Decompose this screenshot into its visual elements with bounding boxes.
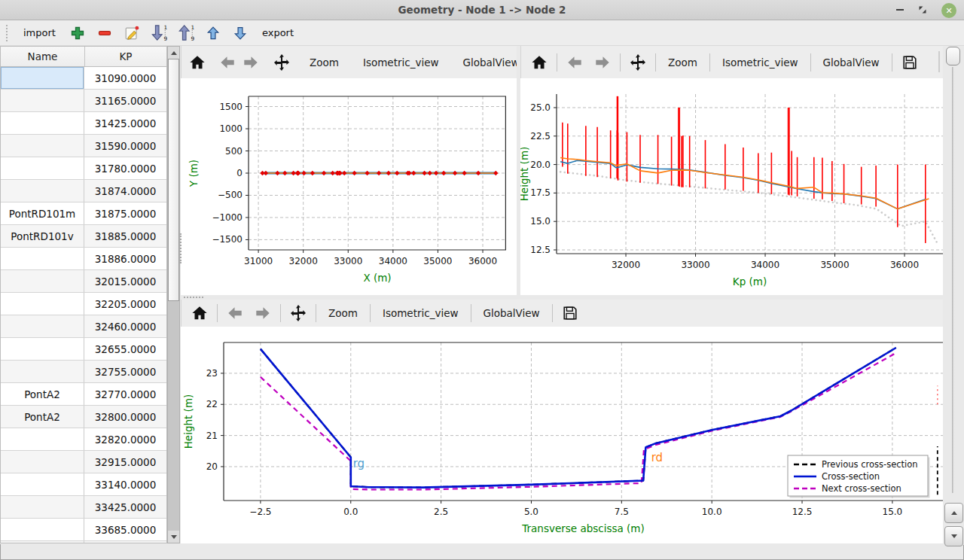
table-row[interactable]: PontRD101v31885.0000 [1, 225, 166, 248]
back-button[interactable] [219, 52, 236, 73]
scroll-down-button[interactable] [168, 531, 179, 543]
global-view-button[interactable]: GlobalView [818, 53, 885, 72]
toolbar-handle[interactable] [938, 51, 940, 72]
zoom-button[interactable]: Zoom [663, 53, 703, 72]
minimize-button[interactable] [892, 2, 908, 17]
remove-button[interactable] [95, 24, 114, 42]
import-button[interactable]: import [19, 25, 60, 41]
table-row[interactable]: PontRD101m31875.0000 [1, 202, 166, 225]
home-button[interactable] [189, 52, 206, 73]
kp-cell[interactable]: 32800.0000 [84, 406, 166, 428]
name-cell[interactable]: PontRD101m [1, 202, 84, 224]
table-row[interactable]: PontA232770.0000 [1, 383, 166, 406]
table-row[interactable]: 32820.0000 [1, 428, 166, 451]
forward-button[interactable] [252, 303, 273, 324]
save-button[interactable] [899, 52, 920, 73]
column-header-kp[interactable]: KP [85, 47, 166, 66]
table-row[interactable]: PontA232800.0000 [1, 406, 166, 428]
table-row[interactable]: 32015.0000 [1, 270, 166, 293]
name-cell[interactable]: PontRD101v [1, 225, 84, 247]
sort-descending-button[interactable]: 19 [149, 24, 169, 42]
kp-cell[interactable]: 31165.0000 [84, 90, 166, 111]
kp-cell[interactable]: 32820.0000 [84, 428, 166, 450]
back-button[interactable] [224, 303, 246, 324]
cross-section-figure[interactable]: −2.50.02.55.07.510.012.515.020212223Tran… [181, 327, 943, 543]
kp-cell[interactable]: 32770.0000 [84, 383, 166, 405]
kp-cell[interactable]: 32755.0000 [84, 361, 166, 382]
sort-ascending-button[interactable]: 19 [176, 24, 196, 42]
back-button[interactable] [564, 52, 585, 73]
kp-cell[interactable]: 33685.0000 [84, 519, 166, 540]
pan-button[interactable] [273, 52, 291, 73]
vertical-splitter[interactable] [517, 46, 520, 297]
table-row[interactable]: 31780.0000 [1, 157, 166, 180]
name-cell[interactable] [1, 135, 84, 157]
name-cell[interactable] [1, 496, 84, 518]
kp-cell[interactable]: 31425.0000 [84, 112, 166, 134]
table-row[interactable]: 33685.0000 [1, 519, 166, 541]
table-row[interactable]: 33425.0000 [1, 496, 166, 519]
kp-cell[interactable]: 31886.0000 [84, 248, 166, 269]
kp-cell[interactable]: 32205.0000 [84, 293, 166, 315]
table-row[interactable]: 31425.0000 [1, 112, 166, 135]
window-scrollbar[interactable] [943, 46, 964, 545]
table-row[interactable]: 33140.0000 [1, 473, 166, 496]
isometric-view-button[interactable]: Isometric_view [717, 53, 804, 72]
kp-cell[interactable]: 33425.0000 [84, 496, 166, 518]
name-cell[interactable] [1, 338, 84, 360]
panel-splitter-grip[interactable] [180, 233, 182, 263]
kp-cell[interactable]: 32460.0000 [84, 315, 166, 337]
plan-view-figure[interactable]: 3100032000330003400035000360001500100050… [181, 78, 518, 295]
close-button[interactable]: ✕ [941, 3, 956, 18]
name-cell[interactable] [1, 451, 84, 473]
global-view-button[interactable]: GlobalView [478, 304, 545, 322]
isometric-view-button[interactable]: Isometric_view [358, 53, 444, 72]
table-row[interactable]: 31165.0000 [1, 90, 166, 112]
move-down-button[interactable] [230, 24, 250, 42]
home-button[interactable] [529, 52, 550, 73]
table-row[interactable]: 32915.0000 [1, 451, 166, 473]
name-cell[interactable] [1, 90, 84, 111]
table-row[interactable]: 32755.0000 [1, 361, 166, 383]
name-cell[interactable] [1, 315, 84, 337]
kp-cell[interactable]: 31590.0000 [84, 135, 166, 157]
name-cell[interactable] [1, 248, 84, 269]
scroll-up-button[interactable] [944, 503, 963, 523]
table-row[interactable]: 31886.0000 [1, 248, 166, 270]
name-cell[interactable] [1, 112, 84, 134]
column-header-name[interactable]: Name [1, 47, 85, 66]
horizontal-splitter[interactable] [181, 295, 943, 300]
name-cell[interactable] [1, 519, 84, 540]
name-cell[interactable] [1, 157, 84, 179]
isometric-view-button[interactable]: Isometric_view [377, 304, 464, 322]
kp-cell[interactable]: 31090.0000 [84, 67, 166, 89]
table-row[interactable]: 31090.0000 [1, 67, 166, 90]
forward-button[interactable] [592, 52, 613, 73]
name-cell[interactable] [1, 541, 84, 543]
name-cell[interactable] [1, 428, 84, 450]
kp-cell[interactable]: 33140.0000 [84, 473, 166, 495]
scroll-up-button[interactable] [168, 47, 179, 59]
table-row[interactable]: 32460.0000 [1, 315, 166, 338]
table-scrollbar[interactable] [167, 46, 180, 543]
name-cell[interactable] [1, 180, 84, 202]
add-button[interactable] [68, 24, 87, 42]
kp-cell[interactable]: 31874.0000 [84, 180, 166, 202]
name-cell[interactable] [1, 361, 84, 382]
kp-cell[interactable]: 31885.0000 [84, 225, 166, 247]
name-cell[interactable] [1, 67, 84, 89]
table-scrollbar-thumb[interactable] [168, 59, 179, 301]
global-view-button[interactable]: GlobalView [458, 53, 525, 72]
name-cell[interactable] [1, 270, 84, 292]
toolbar-grip[interactable] [6, 25, 10, 41]
kp-cell[interactable] [84, 541, 166, 543]
name-cell[interactable]: PontA2 [1, 406, 84, 428]
table-row[interactable]: 31590.0000 [1, 135, 166, 157]
kp-cell[interactable]: 31875.0000 [84, 202, 166, 224]
zoom-button[interactable]: Zoom [323, 304, 363, 322]
move-up-button[interactable] [203, 24, 223, 42]
table-row[interactable]: 31874.0000 [1, 180, 166, 202]
pan-button[interactable] [288, 303, 309, 324]
window-scrollbar-thumb[interactable] [946, 47, 960, 65]
maximize-button[interactable] [914, 2, 931, 17]
